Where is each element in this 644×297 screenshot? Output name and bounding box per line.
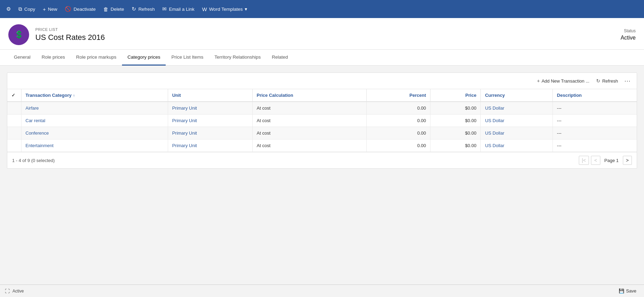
cell-transaction-category[interactable]: Car rental [21,114,168,127]
status-value: Active [620,35,636,41]
cell-unit[interactable]: Primary Unit [168,139,252,152]
tab-role-price-markups[interactable]: Role price markups [71,50,122,66]
cell-description: --- [552,139,637,152]
record-header-left: 💲 PRICE LIST US Cost Rates 2016 [8,24,105,45]
email-icon: ✉ [162,6,167,12]
col-price-calculation[interactable]: Price Calculation [252,89,367,102]
save-label: Save [626,288,636,294]
refresh-icon: ↻ [132,6,136,12]
first-page-button[interactable]: |< [579,156,589,165]
cell-currency[interactable]: US Dollar [481,114,552,127]
cell-transaction-category[interactable]: Entertainment [21,139,168,152]
grid-refresh-button[interactable]: ↻ Refresh [593,76,621,85]
cell-percent: 0.00 [367,139,430,152]
tab-related[interactable]: Related [266,50,294,66]
email-link-button[interactable]: ✉ Email a Link [159,4,198,14]
checkmark-icon: ✓ [11,93,15,98]
tab-category-prices[interactable]: Category prices [122,50,166,66]
page-label: Page 1 [604,158,619,163]
select-all-checkbox[interactable]: ✓ [7,89,21,102]
row-checkbox[interactable] [7,127,21,139]
trash-icon: 🗑 [103,6,108,12]
row-checkbox[interactable] [7,114,21,127]
row-checkbox[interactable] [7,139,21,152]
word-templates-button[interactable]: W Word Templates ▾ [199,4,251,14]
tab-price-list-items[interactable]: Price List Items [166,50,209,66]
next-page-button[interactable]: > [623,156,632,165]
col-price[interactable]: Price [430,89,480,102]
refresh-icon: ↻ [596,78,600,84]
data-table: ✓ Transaction Category ↑ Unit Price Calc… [7,89,637,152]
new-button[interactable]: + New [40,4,61,14]
cell-price-calculation: At cost [252,139,367,152]
record-header: 💲 PRICE LIST US Cost Rates 2016 Status A… [0,18,644,50]
table-row[interactable]: Car rental Primary Unit At cost 0.00 $0.… [7,114,637,127]
save-icon: 💾 [619,288,624,294]
col-description[interactable]: Description [552,89,637,102]
status-bar-status: Active [12,289,24,294]
avatar: 💲 [8,24,29,45]
pagination: 1 - 4 of 9 (0 selected) |< < Page 1 > [7,152,637,168]
cell-percent: 0.00 [367,127,430,139]
sort-icon: ↑ [73,93,75,97]
table-row[interactable]: Entertainment Primary Unit At cost 0.00 … [7,139,637,152]
cell-currency[interactable]: US Dollar [481,127,552,139]
col-transaction-category[interactable]: Transaction Category ↑ [21,89,168,102]
col-currency[interactable]: Currency [481,89,552,102]
settings-button[interactable]: ⚙ [3,4,14,14]
add-new-transaction-button[interactable]: + Add New Transaction ... [534,76,592,85]
cell-transaction-category[interactable]: Conference [21,127,168,139]
record-status-block: Status Active [620,28,636,41]
tab-general[interactable]: General [8,50,36,66]
avatar-icon: 💲 [14,30,24,39]
cell-price: $0.00 [430,127,480,139]
status-bar: ⛶ Active 💾 Save [0,285,644,297]
row-checkbox[interactable] [7,102,21,114]
deactivate-button[interactable]: 🚫 Deactivate [61,4,99,14]
status-label: Status [620,28,636,33]
refresh-button[interactable]: ↻ Refresh [128,4,158,14]
cell-price-calculation: At cost [252,114,367,127]
cell-percent: 0.00 [367,114,430,127]
cell-unit[interactable]: Primary Unit [168,102,252,114]
cell-description: --- [552,102,637,114]
record-info: PRICE LIST US Cost Rates 2016 [35,27,105,42]
copy-button[interactable]: ⧉ Copy [15,4,39,14]
word-icon: W [202,6,207,12]
expand-icon[interactable]: ⛶ [5,288,10,294]
cell-price-calculation: At cost [252,127,367,139]
add-new-transaction-label: Add New Transaction ... [541,78,589,84]
table-row[interactable]: Conference Primary Unit At cost 0.00 $0.… [7,127,637,139]
cell-price: $0.00 [430,114,480,127]
cell-description: --- [552,114,637,127]
cell-transaction-category[interactable]: Airfare [21,102,168,114]
status-bar-left: ⛶ Active [5,288,24,294]
cell-currency[interactable]: US Dollar [481,102,552,114]
col-unit[interactable]: Unit [168,89,252,102]
status-bar-right: 💾 Save [616,287,639,295]
tab-role-prices[interactable]: Role prices [36,50,71,66]
cell-currency[interactable]: US Dollar [481,139,552,152]
plus-icon: + [537,78,540,84]
deactivate-icon: 🚫 [65,6,71,12]
table-row[interactable]: Airfare Primary Unit At cost 0.00 $0.00 … [7,102,637,114]
tab-territory-relationships[interactable]: Territory Relationships [209,50,267,66]
settings-icon: ⚙ [6,6,11,12]
pagination-right: |< < Page 1 > [579,156,632,165]
grid-refresh-label: Refresh [602,78,618,84]
cell-unit[interactable]: Primary Unit [168,127,252,139]
prev-page-button[interactable]: < [591,156,600,165]
delete-button[interactable]: 🗑 Delete [100,4,128,14]
plus-icon: + [43,6,46,12]
cell-unit[interactable]: Primary Unit [168,114,252,127]
main-toolbar: ⚙ ⧉ Copy + New 🚫 Deactivate 🗑 Delete ↻ R… [0,0,644,18]
chevron-down-icon: ▾ [245,6,247,12]
tab-nav: General Role prices Role price markups C… [0,50,644,66]
save-button[interactable]: 💾 Save [616,287,639,295]
pagination-summary: 1 - 4 of 9 (0 selected) [12,158,55,163]
cell-percent: 0.00 [367,102,430,114]
more-options-icon[interactable]: ⋯ [622,76,633,86]
col-percent[interactable]: Percent [367,89,430,102]
grid-container: + Add New Transaction ... ↻ Refresh ⋯ ✓ … [7,73,637,169]
record-name: US Cost Rates 2016 [35,33,105,42]
